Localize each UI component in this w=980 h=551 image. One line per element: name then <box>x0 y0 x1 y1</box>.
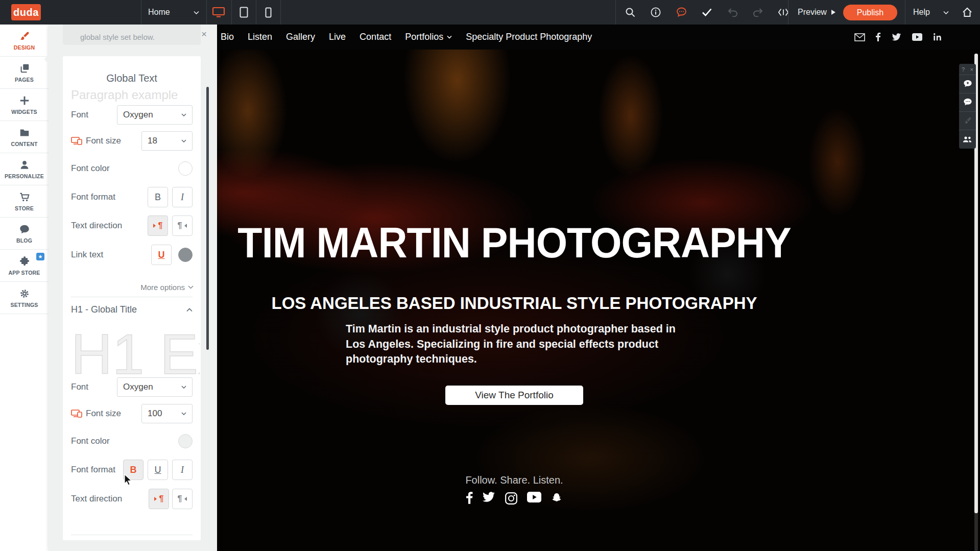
sidebar-item-design[interactable]: DESIGN <box>0 25 49 57</box>
site-nav-specialty[interactable]: Specialty Product Photography <box>466 32 592 42</box>
redo-icon[interactable] <box>752 7 763 18</box>
site-nav-contact[interactable]: Contact <box>360 32 391 42</box>
chevron-down-icon <box>188 285 194 289</box>
responsive-devices-icon <box>71 137 82 145</box>
collaborators-button[interactable] <box>959 130 976 149</box>
divider <box>905 0 905 25</box>
publish-button[interactable]: Publish <box>843 5 897 20</box>
snapchat-icon[interactable] <box>551 492 563 505</box>
tablet-icon <box>240 7 248 18</box>
nav-label: Listen <box>248 32 272 42</box>
instagram-icon[interactable] <box>505 492 518 505</box>
font-size-select[interactable]: 18 <box>141 131 193 151</box>
pilcrow-ltr-icon: ¶ <box>158 221 163 230</box>
comment-add-icon <box>963 80 972 88</box>
h1-global-title-header[interactable]: H1 - Global Title <box>71 304 193 315</box>
h1-italic-button[interactable]: I <box>172 460 193 480</box>
floating-toolbar-header: ? × <box>959 64 976 75</box>
sidebar-item-label: STORE <box>15 205 34 211</box>
search-icon[interactable] <box>625 7 636 18</box>
close-icon[interactable]: × <box>970 66 973 73</box>
sidebar-item-blog[interactable]: BLOG <box>0 218 49 250</box>
page-selector[interactable]: Home <box>141 0 206 25</box>
desktop-view-button[interactable] <box>206 0 231 25</box>
twitter-icon[interactable] <box>892 33 901 41</box>
comments-button[interactable] <box>959 93 976 112</box>
panel-scrollbar[interactable] <box>206 87 209 350</box>
text-direction-label: Text direction <box>71 221 122 231</box>
undo-icon[interactable] <box>727 7 738 18</box>
close-icon[interactable]: × <box>201 29 207 40</box>
sidebar-item-pages[interactable]: PAGES <box>0 57 49 89</box>
bold-button[interactable]: B <box>148 187 168 207</box>
font-format-label: Font format <box>71 192 115 202</box>
h1-text-direction-ltr-button[interactable]: ¶ <box>149 489 169 509</box>
link-color-swatch[interactable] <box>178 248 193 262</box>
hidden-brush-icon <box>963 116 972 125</box>
sidebar-item-label: SETTINGS <box>10 302 38 308</box>
h1-font-color-swatch[interactable] <box>178 434 193 448</box>
twitter-icon[interactable] <box>482 492 495 503</box>
star-icon: ★ <box>38 254 43 259</box>
dashboard-home-icon[interactable] <box>962 7 972 17</box>
view-portfolio-button[interactable]: View The Portfolio <box>445 386 583 405</box>
italic-button[interactable]: I <box>172 187 193 207</box>
h1-text-direction-rtl-button[interactable]: ¶ <box>172 489 193 509</box>
hide-design-button[interactable] <box>959 112 976 130</box>
link-text-label: Link text <box>71 250 103 260</box>
help-icon[interactable]: ? <box>962 66 965 73</box>
add-comment-button[interactable] <box>959 75 976 93</box>
preview-button[interactable]: Preview <box>793 0 841 25</box>
h1-underline-button[interactable]: U <box>148 460 168 480</box>
hero-description[interactable]: Tim Martin is an industrial style produc… <box>346 322 685 367</box>
preview-label: Preview <box>798 8 827 17</box>
content-folder-icon <box>19 127 30 138</box>
site-nav-portfolios[interactable]: Portfolios <box>405 32 452 42</box>
sidebar-item-content[interactable]: CONTENT <box>0 121 49 153</box>
sidebar-item-widgets[interactable]: WIDGETS <box>0 89 49 121</box>
mobile-view-button[interactable] <box>256 0 280 25</box>
text-direction-ltr-button[interactable]: ¶ <box>148 215 168 236</box>
help-menu[interactable]: Help <box>909 0 953 25</box>
sidebar-item-store[interactable]: STORE <box>0 185 49 218</box>
comments-icon <box>963 98 972 107</box>
font-label: Font <box>71 382 88 392</box>
facebook-icon[interactable] <box>466 492 473 504</box>
youtube-icon[interactable] <box>527 492 541 502</box>
collaborators-icon <box>963 136 972 143</box>
sidebar-item-settings[interactable]: SETTINGS <box>0 282 49 314</box>
site-nav-live[interactable]: Live <box>329 32 346 42</box>
sidebar-item-app-store[interactable]: ★ APP STORE <box>0 250 49 282</box>
tablet-view-button[interactable] <box>231 0 256 25</box>
chevron-up-icon <box>186 308 193 312</box>
email-icon[interactable] <box>854 33 865 41</box>
responsive-devices-icon <box>71 410 82 418</box>
chevron-down-icon <box>447 35 452 39</box>
h1-font-size-select[interactable]: 100 <box>141 404 193 423</box>
font-size-value: 100 <box>148 409 162 419</box>
approve-check-icon[interactable] <box>701 7 712 18</box>
info-icon[interactable] <box>650 7 661 18</box>
more-options-link[interactable]: More options <box>140 283 194 292</box>
linkedin-icon[interactable] <box>933 33 942 41</box>
nav-label: Portfolios <box>405 32 443 42</box>
link-underline-button[interactable]: U <box>151 245 172 265</box>
font-size-label: Font size <box>86 409 121 419</box>
text-direction-rtl-button[interactable]: ¶ <box>172 215 193 236</box>
text-direction-label: Text direction <box>71 494 122 504</box>
font-select[interactable]: Oxygen <box>117 105 193 125</box>
pilcrow-rtl-icon: ¶ <box>178 221 182 230</box>
font-size-label: Font size <box>86 136 121 146</box>
feedback-chat-icon[interactable] <box>676 7 687 18</box>
sidebar-item-label: BLOG <box>16 237 32 244</box>
facebook-icon[interactable] <box>876 33 881 42</box>
youtube-icon[interactable] <box>912 33 922 41</box>
duda-logo[interactable]: duda <box>11 4 41 20</box>
site-nav-listen[interactable]: Listen <box>248 32 272 42</box>
site-nav-gallery[interactable]: Gallery <box>286 32 315 42</box>
font-color-swatch[interactable] <box>178 161 193 176</box>
h1-font-select[interactable]: Oxygen <box>117 377 193 397</box>
code-icon[interactable] <box>778 7 789 18</box>
site-nav-bio[interactable]: Bio <box>221 32 234 42</box>
sidebar-item-personalize[interactable]: PERSONALIZE <box>0 153 49 185</box>
